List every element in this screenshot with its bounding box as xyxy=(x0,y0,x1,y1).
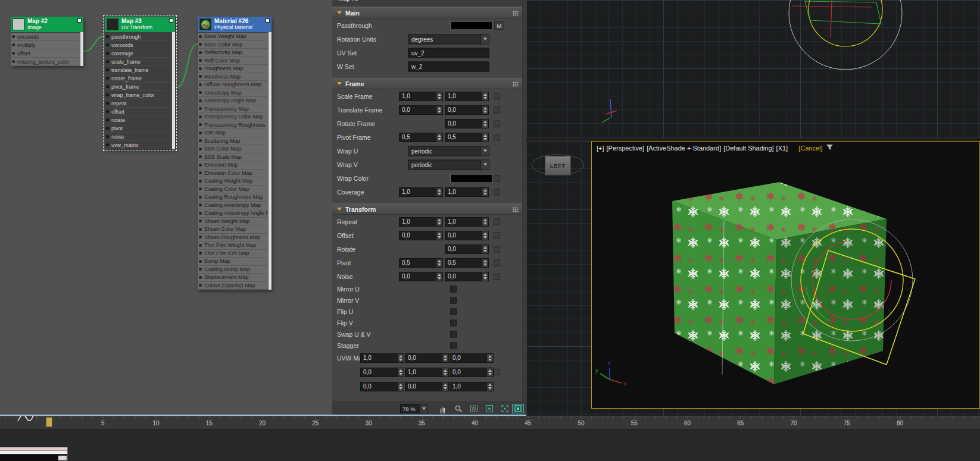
spinner-offset-1[interactable]: 0,0 xyxy=(399,231,443,240)
output-socket-strip[interactable] xyxy=(171,32,175,149)
dropdown-arrow-icon[interactable] xyxy=(480,160,489,169)
maxscript-mini-listener[interactable] xyxy=(0,447,68,461)
spinner-repeat-1[interactable]: 1,0 xyxy=(399,217,443,227)
spinner-arrows-icon[interactable] xyxy=(486,382,493,391)
node-slot-missing-texture-color[interactable]: missing_texture_color xyxy=(11,58,79,66)
spinner-uvw-matrix-1[interactable]: 1,0 xyxy=(360,353,404,363)
node-map-3[interactable]: Map #3UV Transformpassthroughuvcoordscov… xyxy=(105,17,175,149)
zoom-dropdown-arrow-icon[interactable] xyxy=(420,404,427,413)
spin-up-icon[interactable] xyxy=(438,107,441,109)
spinner-pivot-1[interactable]: 0,5 xyxy=(399,258,443,268)
spin-up-icon[interactable] xyxy=(438,274,441,276)
rollout-grip-icon[interactable] xyxy=(513,207,519,212)
spinner-arrows-icon[interactable] xyxy=(486,368,493,377)
node-slot-transparency-color-map[interactable]: Transparency Color Map xyxy=(198,113,267,121)
color-swatch-passthrough[interactable] xyxy=(451,21,492,29)
spinner-arrows-icon[interactable] xyxy=(436,259,442,267)
spin-down-icon[interactable] xyxy=(399,373,402,375)
map-slot-button-offset[interactable] xyxy=(494,232,500,239)
viewport-top[interactable] xyxy=(526,0,980,138)
spin-up-icon[interactable] xyxy=(399,355,402,357)
cancel-button[interactable]: [Cancel] xyxy=(798,145,822,152)
spin-down-icon[interactable] xyxy=(399,387,402,390)
spinner-arrows-icon[interactable] xyxy=(482,231,488,240)
spin-up-icon[interactable] xyxy=(438,260,441,262)
spinner-arrows-icon[interactable] xyxy=(482,92,488,101)
spinner-arrows-icon[interactable] xyxy=(482,120,488,128)
node-slot-sss-color-map[interactable]: SSS Color Map xyxy=(198,145,267,153)
filter-icon[interactable] xyxy=(826,144,834,150)
node-slot-displacement-map[interactable]: Displacement Map xyxy=(198,274,267,282)
spin-down-icon[interactable] xyxy=(438,236,441,239)
spinner-uvw-matrix-7[interactable]: 0,0 xyxy=(360,382,404,391)
textured-cube[interactable] xyxy=(672,182,887,384)
pan-icon[interactable] xyxy=(437,404,449,413)
spin-down-icon[interactable] xyxy=(438,138,441,140)
node-slot-cutout-opacity-map[interactable]: Cutout (Opacity) Map xyxy=(198,282,267,290)
viewport-menu-segment-0[interactable]: [+] xyxy=(597,145,604,152)
spin-up-icon[interactable] xyxy=(399,369,402,372)
node-collapse-icon[interactable] xyxy=(169,18,173,23)
spinner-arrows-icon[interactable] xyxy=(397,382,404,391)
spin-down-icon[interactable] xyxy=(483,250,487,252)
spinner-pivot-frame-2[interactable]: 0,5 xyxy=(445,133,489,142)
checkbox-flip-v[interactable] xyxy=(450,319,457,326)
time-slider-handle[interactable] xyxy=(46,417,52,427)
node-slot-coating-anisotropy-map[interactable]: Coating Anisotropy Map xyxy=(198,202,267,210)
node-slot-thin-film-weight-map[interactable]: Thin Film Weight Map xyxy=(198,242,267,250)
spin-up-icon[interactable] xyxy=(444,384,447,386)
spin-down-icon[interactable] xyxy=(483,222,487,225)
spin-up-icon[interactable] xyxy=(438,219,441,221)
node-slot-ior-map[interactable]: IOR Map xyxy=(198,129,267,137)
spin-up-icon[interactable] xyxy=(438,93,441,96)
spin-up-icon[interactable] xyxy=(483,274,487,276)
node-slot-coating-bump-map[interactable]: Coating Bump Map xyxy=(198,266,267,274)
spin-down-icon[interactable] xyxy=(444,359,447,361)
zoom-extents-selected-icon[interactable] xyxy=(499,404,511,413)
node-header[interactable]: Map #2Image xyxy=(11,17,83,32)
map-slot-button-noise[interactable] xyxy=(494,273,500,280)
node-slot-anisotropy-map[interactable]: Anisotropy Map xyxy=(198,89,267,98)
node-slot-pivot-frame[interactable]: pivot_frame xyxy=(105,83,171,91)
dropdown-arrow-icon[interactable] xyxy=(480,146,489,155)
map-slot-button-coverage[interactable] xyxy=(494,189,500,195)
node-slot-scale-frame[interactable]: scale_frame xyxy=(105,58,171,66)
spin-down-icon[interactable] xyxy=(483,277,487,280)
spin-up-icon[interactable] xyxy=(444,369,447,372)
input-uv-set[interactable]: uv_2 xyxy=(408,48,489,58)
spin-down-icon[interactable] xyxy=(483,236,487,239)
spinner-arrows-icon[interactable] xyxy=(436,218,442,226)
spinner-arrows-icon[interactable] xyxy=(436,133,442,142)
node-slot-metalness-map[interactable]: Metalness Map xyxy=(198,73,267,81)
node-slot-emission-map[interactable]: Emission Map xyxy=(198,161,267,170)
spin-down-icon[interactable] xyxy=(483,264,487,266)
rollout-frame[interactable]: Frame xyxy=(332,78,522,89)
spin-up-icon[interactable] xyxy=(438,134,441,137)
spin-down-icon[interactable] xyxy=(444,373,447,375)
node-slot-coating-roughness-map[interactable]: Coating Roughness Map xyxy=(198,193,267,202)
spinner-arrows-icon[interactable] xyxy=(482,188,488,196)
node-slot-transparency-roughness-m[interactable]: Transparency Roughness M... xyxy=(198,121,267,130)
spinner-rotate-1[interactable]: 0,0 xyxy=(445,244,489,254)
spinner-uvw-matrix-9[interactable]: 1,0 xyxy=(450,382,494,391)
spinner-coverage-2[interactable]: 1,0 xyxy=(445,187,489,197)
spin-down-icon[interactable] xyxy=(444,387,447,390)
spin-down-icon[interactable] xyxy=(438,277,441,280)
spin-up-icon[interactable] xyxy=(483,134,487,137)
node-slot-uvcoords[interactable]: uvcoords xyxy=(11,33,79,41)
spin-up-icon[interactable] xyxy=(483,246,487,249)
viewport-menu-segment-3[interactable]: [Default Shading] xyxy=(723,145,773,152)
node-slot-noise[interactable]: noise xyxy=(105,133,171,141)
dropdown-rotation-units[interactable]: degrees xyxy=(408,34,489,44)
node-slot-rotate[interactable]: rotate xyxy=(105,116,171,124)
node-slot-sheen-color-map[interactable]: Sheen Color Map xyxy=(198,225,267,234)
spin-up-icon[interactable] xyxy=(483,107,487,109)
checkbox-swap-u-v[interactable] xyxy=(450,331,457,337)
viewcube[interactable]: LEFT xyxy=(545,156,571,175)
map-slot-button-rotate[interactable] xyxy=(494,246,500,252)
spin-down-icon[interactable] xyxy=(438,97,441,99)
spin-up-icon[interactable] xyxy=(488,384,492,386)
time-ruler[interactable]: 5101520253035404550556065707580 xyxy=(0,416,980,429)
node-collapse-icon[interactable] xyxy=(266,18,270,23)
node-slot-offset[interactable]: offset xyxy=(11,49,79,58)
